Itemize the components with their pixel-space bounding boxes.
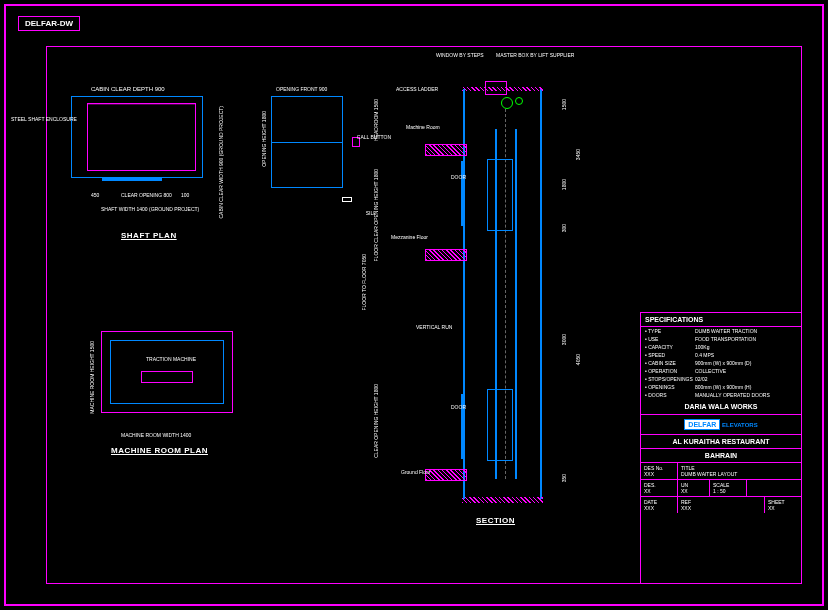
- label-machine-room-txt: Machine Room: [406, 124, 440, 130]
- spec-row: • SPEED0.4 MPS: [641, 351, 801, 359]
- shaft-door: [102, 177, 162, 181]
- section-shaft: [463, 89, 542, 499]
- label-window: WINDOW BY STEPS: [436, 52, 484, 58]
- spec-row: • OPERATIONCOLLECTIVE: [641, 367, 801, 375]
- sheave-2: [515, 97, 523, 105]
- label-floor-opening: FLOOR CLEAR OPENING HEIGHT 1800: [373, 169, 379, 261]
- dim-1800: 1800: [561, 179, 567, 190]
- title-block: SPECIFICATIONS • TYPEDUMB WAITER TRACTIO…: [640, 312, 802, 584]
- label-shaft-width: SHAFT WIDTH 1400 (GROUND PROJECT): [101, 206, 199, 212]
- shaft-plan-view: CABIN CLEAR DEPTH 900 CABIN CLEAR WIDTH …: [71, 96, 216, 196]
- delfar-logo: DELFAR: [684, 419, 720, 430]
- label-mr-width: MACHINE ROOM WIDTH 1400: [121, 432, 191, 438]
- outer-frame: DELFAR-DW CABIN CLEAR DEPTH 900 CABIN CL…: [4, 4, 824, 606]
- label-steel-enclosure: STEEL SHAFT ENCLOSURE: [11, 116, 66, 122]
- shaft-enclosure: [71, 96, 203, 178]
- floor-ground: [425, 469, 467, 481]
- dim-3000: 3000: [561, 334, 567, 345]
- dim-4050: 4050: [575, 354, 581, 365]
- machine-room-view: TRACTION MACHINE MACHINE ROOM HEIGHT 150…: [101, 331, 241, 426]
- sheave-1: [501, 97, 513, 109]
- label-mezz: Mezzanine Floor: [391, 234, 428, 240]
- label-cabin-width: CABIN CLEAR WIDTH 900 (GROUND PROJECT): [218, 106, 224, 219]
- machine-room-box: [101, 331, 233, 413]
- pit-floor: [462, 497, 543, 503]
- opening-view: OPENING FRONT 900 OPENING HEIGHT 1800 CA…: [271, 96, 361, 206]
- traction-machine: [141, 371, 193, 383]
- spec-row: • TYPEDUMB WAITER TRACTION: [641, 327, 801, 335]
- title-machine-room: MACHINE ROOM PLAN: [111, 446, 208, 455]
- opening-frame: [271, 96, 343, 188]
- door-upper: [461, 161, 465, 226]
- floor-mezz: [425, 249, 467, 261]
- spec-rows: • TYPEDUMB WAITER TRACTION• USEFOOD TRAN…: [641, 327, 801, 399]
- label-traction: TRACTION MACHINE: [146, 356, 196, 362]
- spec-row: • DOORSMANUALLY OPERATED DOORS: [641, 391, 801, 399]
- dim-1500: 1500: [561, 99, 567, 110]
- company-name: DARIA WALA WORKS: [641, 399, 801, 415]
- project-line2: BAHRAIN: [641, 449, 801, 463]
- label-mr-height: MACHINE ROOM HEIGHT 1500: [89, 341, 95, 414]
- label-clear-open-h: CLEAR OPENING HEIGHT 1800: [373, 384, 379, 458]
- sill: [342, 197, 352, 202]
- label-clear-opening: CLEAR OPENING 800: [121, 192, 172, 198]
- spec-row: • CABIN SIZE900mm (W) x 900mm (D): [641, 359, 801, 367]
- floor-roof: [425, 144, 467, 156]
- title-shaft-plan: SHAFT PLAN: [121, 231, 177, 240]
- label-cabin-depth: CABIN CLEAR DEPTH 900: [91, 86, 165, 92]
- spec-row: • USEFOOD TRANSPORTATION: [641, 335, 801, 343]
- label-access-ladder: ACCESS LADDER: [396, 86, 438, 92]
- label-headroom: HEADROOM 1500: [373, 99, 379, 141]
- label-dim450: 450: [91, 192, 99, 198]
- delfar-logo-row: DELFAR ELEVATORS: [641, 415, 801, 435]
- label-floor-to-floor: FLOOR TO FLOOR 7050: [361, 254, 367, 311]
- project-line1: AL KURAITHA RESTAURANT: [641, 435, 801, 449]
- title-section: SECTION: [476, 516, 515, 525]
- footer-row2: DES.XX UNXX SCALE1 : 50: [641, 480, 801, 497]
- footer-row1: DES No.XXX TITLEDUMB WAITER LAYOUT: [641, 463, 801, 480]
- guide-rail-2: [515, 129, 517, 479]
- label-opening-height: OPENING HEIGHT 1800: [261, 111, 267, 167]
- spec-row: • STOPS/OPENINGS02/02: [641, 375, 801, 383]
- machine-room-inner: [110, 340, 224, 404]
- spec-row: • OPENINGS800mm (W) x 900mm (H): [641, 383, 801, 391]
- spec-header: SPECIFICATIONS: [641, 313, 801, 327]
- label-gf: Ground Floor: [401, 469, 430, 475]
- label-master-box: MASTER BOX BY LIFT SUPPLIER: [496, 52, 546, 58]
- label-vrun: VERTICAL RUN: [416, 324, 452, 330]
- app-logo: DELFAR-DW: [18, 16, 80, 31]
- label-door1: DOOR: [451, 174, 466, 180]
- machine-head: [485, 81, 507, 95]
- section-view: ACCESS LADDER Machine Room Mezzanine Flo…: [421, 74, 551, 504]
- dim-pit: 350: [561, 474, 567, 482]
- label-opening-front: OPENING FRONT 900: [276, 86, 327, 92]
- drawing-area: CABIN CLEAR DEPTH 900 CABIN CLEAR WIDTH …: [46, 46, 640, 584]
- delfar-sub: ELEVATORS: [722, 422, 758, 428]
- dim-3450: 3450: [575, 149, 581, 160]
- label-door2: DOOR: [451, 404, 466, 410]
- shaft-cabin: [87, 103, 196, 171]
- footer-row3: DATEXXX REFXXX SHEETXX: [641, 497, 801, 513]
- car-upper: [487, 159, 513, 231]
- opening-split: [272, 142, 342, 143]
- car-lower: [487, 389, 513, 461]
- spec-row: • CAPACITY100Kg: [641, 343, 801, 351]
- dim-300: 300: [561, 224, 567, 232]
- label-dim100: 100: [181, 192, 189, 198]
